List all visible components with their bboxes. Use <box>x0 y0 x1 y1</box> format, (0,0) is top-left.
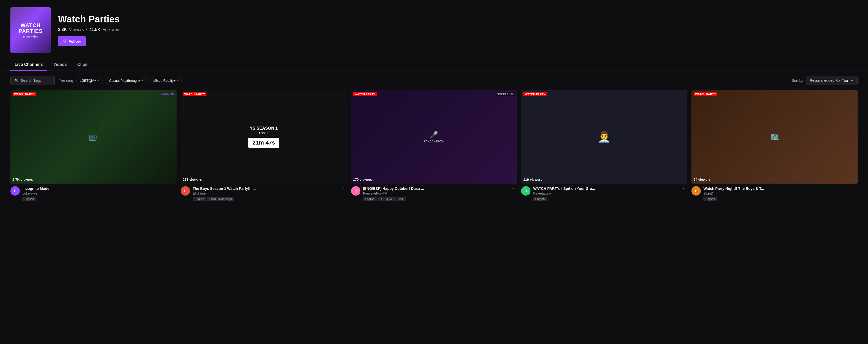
tag-pvp-3[interactable]: PvP <box>397 197 406 201</box>
stream-card-4[interactable]: 👨‍💼 WATCH PARTY 119 viewers R WATCH PART… <box>521 90 687 201</box>
watch-party-badge-5: WATCH PARTY <box>693 92 717 96</box>
tag-casual-label: Casual Playthrough+ <box>109 79 141 83</box>
follow-label: Follow <box>68 39 81 43</box>
stream-info-5: S Watch Party Night!! The Boys & T... Sw… <box>691 186 858 201</box>
tag-blind-2[interactable]: Blind Playthrough <box>207 197 234 201</box>
separator: • <box>86 27 87 32</box>
more-options-1[interactable]: ⋮ <box>169 186 177 193</box>
search-icon: 🔍 <box>14 79 19 83</box>
stream-channel-4: RekietaLaw <box>533 191 677 195</box>
stream-avatar-4: R <box>521 186 530 195</box>
stream-meta-4: WATCH PARTY: I Spit on Your Gra... Rekie… <box>533 186 677 201</box>
stream-title-3: (ENG/ESP) Happy October! Dusa ... <box>363 186 507 191</box>
sort-label: Sort by <box>792 79 803 83</box>
tag-lgbtqia[interactable]: LGBTQIA+ + <box>76 77 103 84</box>
more-options-5[interactable]: ⋮ <box>850 186 858 193</box>
tag-mixed-reality[interactable]: Mixed Reality+ + <box>150 77 182 84</box>
category-stats: 3.3K Viewers • 41.5K Followers <box>58 27 120 32</box>
viewers-badge-3: 170 viewers <box>353 178 372 182</box>
header-info: Watch Parties 3.3K Viewers • 41.5K Follo… <box>58 14 120 46</box>
stream-overlay-label-3: NDING TIME <box>496 92 515 96</box>
category-header: WATCHPARTIES prime video Watch Parties 3… <box>0 0 868 59</box>
watch-party-badge-4: WATCH PARTY <box>523 92 547 96</box>
sort-value: Recommended For You <box>810 79 848 83</box>
stream-channel-2: Ellohime <box>193 191 337 195</box>
stream-avatar-5: S <box>691 186 701 195</box>
stream-info-2: E The Boys Season 1 Watch Party!! !... E… <box>181 186 347 201</box>
stream-info-1: P Incognito Mode pokelawls English ⋮ <box>10 186 177 201</box>
watch-party-badge-1: WATCH PARTY <box>12 92 36 96</box>
thumbnail-sub: prime video <box>19 35 42 38</box>
stream-meta-2: The Boys Season 1 Watch Party!! !... Ell… <box>193 186 337 201</box>
stream-avatar-3: P <box>351 186 361 195</box>
follow-button[interactable]: ♡ Follow <box>58 36 86 46</box>
filter-bar: 🔍 Search Tags Trending LGBTQIA+ + Casual… <box>0 71 868 90</box>
tag-english-1[interactable]: English <box>22 197 36 201</box>
stream-meta-3: (ENG/ESP) Happy October! Dusa ... Pancak… <box>363 186 507 201</box>
sort-dropdown[interactable]: Recommended For You ▼ <box>806 76 858 85</box>
stream-channel-5: SwinD <box>704 191 848 195</box>
tag-lgbtqia-plus: + <box>97 79 99 82</box>
stream-card-2[interactable]: YS SEASON 1S1:E5 21m 47s WATCH PARTY 273… <box>181 90 347 201</box>
trending-label: Trending <box>59 79 73 83</box>
tag-english-3[interactable]: English <box>363 197 377 201</box>
tab-videos[interactable]: Videos <box>49 59 71 71</box>
followers-label: Followers <box>103 27 120 32</box>
tag-lgbtqia-label: LGBTQIA+ <box>80 79 96 83</box>
stream-title-4: WATCH PARTY: I Spit on Your Gra... <box>533 186 677 191</box>
stream-avatar-1: P <box>10 186 20 195</box>
watch-party-badge-3: WATCH PARTY <box>353 92 377 96</box>
tag-lgbtqia-3[interactable]: LGBTQIA+ <box>378 197 396 201</box>
stream-counter: 7086/7200 <box>161 92 175 95</box>
viewers-label: Viewers <box>69 27 84 32</box>
viewers-count: 3.3K <box>58 27 67 32</box>
stream-title-1: Incognito Mode <box>22 186 167 191</box>
stream-tags-4: English <box>533 197 677 201</box>
followers-count: 41.5K <box>89 27 100 32</box>
viewers-badge-1: 2.7K viewers <box>12 178 33 182</box>
page-title: Watch Parties <box>58 14 120 25</box>
heart-icon: ♡ <box>63 39 66 44</box>
stream-tags-5: English <box>704 197 848 201</box>
tag-english-4[interactable]: English <box>533 197 547 201</box>
stream-card-1[interactable]: 📺 starting stream 7086/7200 WATCH PARTY … <box>10 90 177 201</box>
chevron-down-icon: ▼ <box>850 79 854 83</box>
stream-channel-1: pokelawls <box>22 191 167 195</box>
stream-title-2: The Boys Season 1 Watch Party!! !... <box>193 186 337 191</box>
search-tags-input[interactable]: 🔍 Search Tags <box>10 76 55 85</box>
search-placeholder: Search Tags <box>21 79 41 83</box>
stream-card-3[interactable]: 🎤 PANCAKEPOW WATCH PARTY NDING TIME 170 … <box>351 90 517 201</box>
stream-thumbnail-2: YS SEASON 1S1:E5 21m 47s WATCH PARTY 273… <box>181 90 347 184</box>
tag-casual-plus: + <box>142 79 144 82</box>
more-options-4[interactable]: ⋮ <box>680 186 687 193</box>
stream-card-5[interactable]: 🗺️ WATCH PARTY 24 viewers S Watch Party … <box>691 90 858 201</box>
stream-title-5: Watch Party Night!! The Boys & T... <box>704 186 848 191</box>
stream-thumbnail-3: 🎤 PANCAKEPOW WATCH PARTY NDING TIME 170 … <box>351 90 517 184</box>
stream-meta-5: Watch Party Night!! The Boys & T... Swin… <box>704 186 848 201</box>
thumbnail-title: WATCHPARTIES <box>19 22 42 34</box>
navigation-tabs: Live Channels Videos Clips <box>0 59 868 71</box>
tag-mixed-reality-plus: + <box>177 79 178 82</box>
stream-channel-3: PancakePowTV <box>363 191 507 195</box>
viewers-badge-2: 273 viewers <box>183 178 202 182</box>
stream-tags-1: English <box>22 197 167 201</box>
stream-avatar-2: E <box>181 186 190 195</box>
tag-english-5[interactable]: English <box>704 197 717 201</box>
tag-mixed-reality-label: Mixed Reality+ <box>153 79 176 83</box>
more-options-2[interactable]: ⋮ <box>340 186 347 193</box>
tag-english-2[interactable]: English <box>193 197 206 201</box>
stream-info-4: R WATCH PARTY: I Spit on Your Gra... Rek… <box>521 186 687 201</box>
stream-thumbnail-4: 👨‍💼 WATCH PARTY 119 viewers <box>521 90 687 184</box>
category-thumbnail: WATCHPARTIES prime video <box>10 7 51 53</box>
stream-info-3: P (ENG/ESP) Happy October! Dusa ... Panc… <box>351 186 517 201</box>
tab-live-channels[interactable]: Live Channels <box>10 59 47 71</box>
tag-casual[interactable]: Casual Playthrough+ + <box>106 77 147 84</box>
stream-grid: 📺 starting stream 7086/7200 WATCH PARTY … <box>0 90 868 212</box>
stream-meta-1: Incognito Mode pokelawls English <box>22 186 167 201</box>
viewers-badge-5: 24 viewers <box>693 178 711 182</box>
stream-thumbnail-5: 🗺️ WATCH PARTY 24 viewers <box>691 90 858 184</box>
tab-clips[interactable]: Clips <box>73 59 92 71</box>
more-options-3[interactable]: ⋮ <box>510 186 517 193</box>
stream-thumbnail-1: 📺 starting stream 7086/7200 WATCH PARTY … <box>10 90 177 184</box>
stream-tags-3: English LGBTQIA+ PvP <box>363 197 507 201</box>
